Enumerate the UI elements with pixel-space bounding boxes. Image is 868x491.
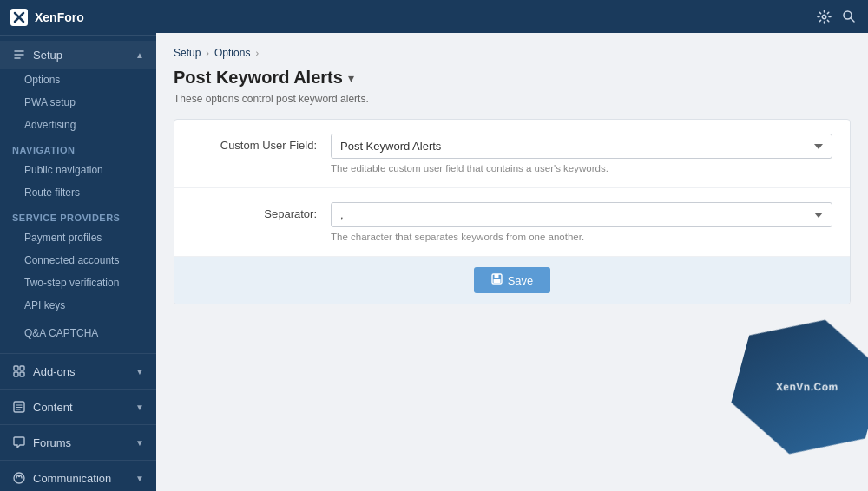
topbar bbox=[156, 0, 868, 33]
content-icon bbox=[12, 400, 26, 414]
page-title-wrap: Post Keyword Alerts ▾ bbox=[174, 68, 851, 88]
breadcrumb-options[interactable]: Options bbox=[214, 47, 250, 59]
sidebar: XenForo Setup ▲ Options PWA setup Advert… bbox=[0, 0, 156, 491]
watermark-text: XenVn.Com bbox=[776, 380, 838, 395]
sidebar-item-public-navigation[interactable]: Public navigation bbox=[0, 159, 156, 181]
service-section-label: Service providers bbox=[0, 204, 156, 226]
separator-hint: The character that separates keywords fr… bbox=[331, 232, 832, 242]
svg-rect-13 bbox=[493, 279, 500, 283]
separator-select[interactable]: , bbox=[331, 202, 832, 227]
search-icon[interactable] bbox=[842, 10, 856, 23]
setup-section: Setup ▲ Options PWA setup Advertising Na… bbox=[0, 36, 156, 350]
forums-chevron: ▼ bbox=[135, 438, 144, 448]
sidebar-item-communication[interactable]: Communication ▼ bbox=[0, 464, 156, 491]
communication-label: Communication bbox=[33, 472, 111, 485]
save-label: Save bbox=[508, 274, 534, 287]
svg-point-5 bbox=[14, 473, 24, 483]
custom-user-field-select[interactable]: Post Keyword Alerts bbox=[331, 134, 832, 159]
setup-icon bbox=[12, 48, 26, 62]
sidebar-divider-1 bbox=[0, 353, 156, 354]
logo-text: XenForo bbox=[35, 10, 84, 24]
sidebar-item-two-step-verification[interactable]: Two-step verification bbox=[0, 272, 156, 294]
page-title: Post Keyword Alerts bbox=[174, 68, 343, 88]
breadcrumb-setup[interactable]: Setup bbox=[174, 47, 201, 59]
form-panel: Custom User Field: Post Keyword Alerts T… bbox=[174, 119, 851, 304]
form-row-separator: Separator: , The character that separate… bbox=[174, 188, 850, 257]
communication-chevron: ▼ bbox=[135, 474, 144, 483]
setup-chevron: ▲ bbox=[135, 50, 144, 60]
custom-user-field-wrap: Post Keyword Alerts The editable custom … bbox=[331, 134, 832, 173]
page-title-caret[interactable]: ▾ bbox=[348, 71, 354, 85]
svg-point-6 bbox=[18, 475, 20, 477]
addons-chevron: ▼ bbox=[135, 367, 144, 376]
sidebar-item-forums[interactable]: Forums ▼ bbox=[0, 429, 156, 456]
content-chevron: ▼ bbox=[135, 403, 144, 412]
custom-user-field-hint: The editable custom user field that cont… bbox=[331, 163, 832, 173]
sidebar-divider-2 bbox=[0, 389, 156, 390]
svg-rect-1 bbox=[20, 366, 24, 370]
form-row-custom-user-field: Custom User Field: Post Keyword Alerts T… bbox=[174, 120, 850, 188]
sidebar-item-route-filters[interactable]: Route filters bbox=[0, 181, 156, 204]
page-subtitle: These options control post keyword alert… bbox=[174, 93, 851, 105]
svg-point-9 bbox=[822, 15, 825, 18]
svg-rect-0 bbox=[14, 366, 18, 370]
forums-icon bbox=[12, 435, 26, 449]
sidebar-item-payment-profiles[interactable]: Payment profiles bbox=[0, 226, 156, 249]
nav-section-label: Navigation bbox=[0, 136, 156, 159]
svg-rect-12 bbox=[494, 274, 498, 278]
breadcrumb-sep-1: › bbox=[206, 48, 209, 58]
addons-icon bbox=[12, 364, 26, 378]
communication-icon bbox=[12, 471, 26, 485]
logo-icon bbox=[10, 9, 28, 26]
sidebar-logo[interactable]: XenForo bbox=[0, 0, 156, 36]
sidebar-item-options[interactable]: Options bbox=[0, 69, 156, 91]
breadcrumb-sep-2: › bbox=[255, 48, 259, 58]
sidebar-item-captcha[interactable]: Q&A CAPTCHA bbox=[0, 322, 156, 344]
sidebar-divider-3 bbox=[0, 424, 156, 425]
sidebar-divider-4 bbox=[0, 460, 156, 461]
form-footer: Save bbox=[174, 257, 850, 304]
sidebar-item-api-keys[interactable]: API keys bbox=[0, 294, 156, 317]
forums-label: Forums bbox=[33, 436, 71, 449]
sidebar-item-addons[interactable]: Add-ons ▼ bbox=[0, 357, 156, 385]
save-button[interactable]: Save bbox=[474, 267, 551, 293]
custom-user-field-label: Custom User Field: bbox=[192, 134, 331, 152]
separator-field-wrap: , The character that separates keywords … bbox=[331, 202, 832, 242]
settings-icon[interactable] bbox=[817, 10, 832, 24]
breadcrumb: Setup › Options › bbox=[174, 47, 851, 59]
sidebar-item-advertising[interactable]: Advertising bbox=[0, 114, 156, 136]
separator-label: Separator: bbox=[192, 202, 331, 220]
setup-label: Setup bbox=[33, 49, 62, 62]
sidebar-item-connected-accounts[interactable]: Connected accounts bbox=[0, 249, 156, 272]
addons-label: Add-ons bbox=[33, 365, 75, 378]
save-icon bbox=[491, 273, 503, 287]
svg-rect-2 bbox=[14, 372, 18, 376]
sidebar-item-setup[interactable]: Setup ▲ bbox=[0, 41, 156, 69]
sidebar-item-pwa-setup[interactable]: PWA setup bbox=[0, 91, 156, 114]
content-label: Content bbox=[33, 401, 73, 414]
svg-rect-3 bbox=[20, 372, 24, 376]
sidebar-item-content[interactable]: Content ▼ bbox=[0, 393, 156, 421]
